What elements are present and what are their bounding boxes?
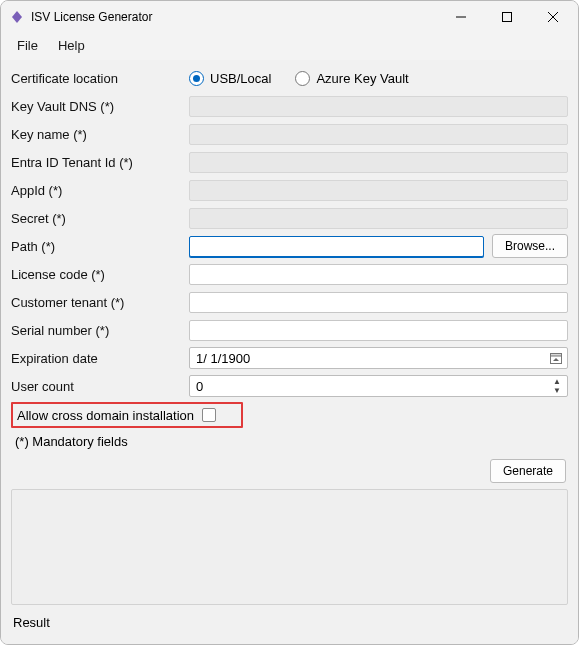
row-expiration-date: Expiration date 1/ 1/1900	[11, 344, 568, 372]
label-secret: Secret (*)	[11, 211, 189, 226]
browse-button[interactable]: Browse...	[492, 234, 568, 258]
row-serial-number: Serial number (*)	[11, 316, 568, 344]
row-secret: Secret (*)	[11, 204, 568, 232]
svg-rect-2	[503, 13, 512, 22]
input-key-name	[189, 124, 568, 145]
svg-rect-6	[551, 354, 562, 357]
radio-dot-icon	[189, 71, 204, 86]
label-license-code: License code (*)	[11, 267, 189, 282]
input-key-vault-dns	[189, 96, 568, 117]
label-expiration-date: Expiration date	[11, 351, 189, 366]
app-icon	[9, 9, 25, 25]
label-allow-cross: Allow cross domain installation	[17, 408, 194, 423]
svg-marker-0	[12, 11, 22, 23]
radio-azure-label: Azure Key Vault	[316, 71, 408, 86]
label-key-name: Key name (*)	[11, 127, 189, 142]
input-serial-number[interactable]	[189, 320, 568, 341]
input-license-code[interactable]	[189, 264, 568, 285]
row-generate: Generate	[11, 451, 568, 489]
input-tenant-id	[189, 152, 568, 173]
radio-usb-local-label: USB/Local	[210, 71, 271, 86]
label-user-count: User count	[11, 379, 189, 394]
calendar-icon[interactable]	[547, 349, 565, 367]
maximize-button[interactable]	[484, 2, 530, 32]
spinner-down[interactable]: ▼	[549, 386, 565, 395]
row-license-code: License code (*)	[11, 260, 568, 288]
row-tenant-id: Entra ID Tenant Id (*)	[11, 148, 568, 176]
radio-dot-icon	[295, 71, 310, 86]
label-serial-number: Serial number (*)	[11, 323, 189, 338]
label-customer-tenant: Customer tenant (*)	[11, 295, 189, 310]
titlebar: ISV License Generator	[1, 1, 578, 33]
radio-azure-key-vault[interactable]: Azure Key Vault	[295, 71, 408, 86]
menu-file[interactable]: File	[7, 35, 48, 56]
row-cert-location: Certificate location USB/Local Azure Key…	[11, 64, 568, 92]
result-area	[11, 489, 568, 605]
expiration-date-value: 1/ 1/1900	[196, 351, 250, 366]
generate-button[interactable]: Generate	[490, 459, 566, 483]
label-result: Result	[11, 605, 568, 634]
label-app-id: AppId (*)	[11, 183, 189, 198]
input-user-count[interactable]: 0 ▲ ▼	[189, 375, 568, 397]
menu-help[interactable]: Help	[48, 35, 95, 56]
cert-location-radio-group: USB/Local Azure Key Vault	[189, 71, 409, 86]
input-app-id	[189, 180, 568, 201]
row-customer-tenant: Customer tenant (*)	[11, 288, 568, 316]
menubar: File Help	[1, 33, 578, 60]
input-expiration-date[interactable]: 1/ 1/1900	[189, 347, 568, 369]
app-window: ISV License Generator File Help Certific…	[0, 0, 579, 645]
checkbox-allow-cross[interactable]	[202, 408, 216, 422]
label-tenant-id: Entra ID Tenant Id (*)	[11, 155, 189, 170]
row-path: Path (*) Browse...	[11, 232, 568, 260]
mandatory-note: (*) Mandatory fields	[11, 428, 568, 451]
spinner-up[interactable]: ▲	[549, 377, 565, 386]
input-path[interactable]	[189, 236, 484, 257]
radio-usb-local[interactable]: USB/Local	[189, 71, 271, 86]
row-key-vault-dns: Key Vault DNS (*)	[11, 92, 568, 120]
client-area: Certificate location USB/Local Azure Key…	[1, 60, 578, 644]
row-allow-cross-highlight: Allow cross domain installation	[11, 402, 243, 428]
window-title: ISV License Generator	[31, 10, 152, 24]
close-button[interactable]	[530, 2, 576, 32]
row-user-count: User count 0 ▲ ▼	[11, 372, 568, 400]
input-secret	[189, 208, 568, 229]
label-cert-location: Certificate location	[11, 71, 189, 86]
row-app-id: AppId (*)	[11, 176, 568, 204]
minimize-button[interactable]	[438, 2, 484, 32]
user-count-value: 0	[196, 379, 203, 394]
label-path: Path (*)	[11, 239, 189, 254]
label-key-vault-dns: Key Vault DNS (*)	[11, 99, 189, 114]
input-customer-tenant[interactable]	[189, 292, 568, 313]
row-key-name: Key name (*)	[11, 120, 568, 148]
